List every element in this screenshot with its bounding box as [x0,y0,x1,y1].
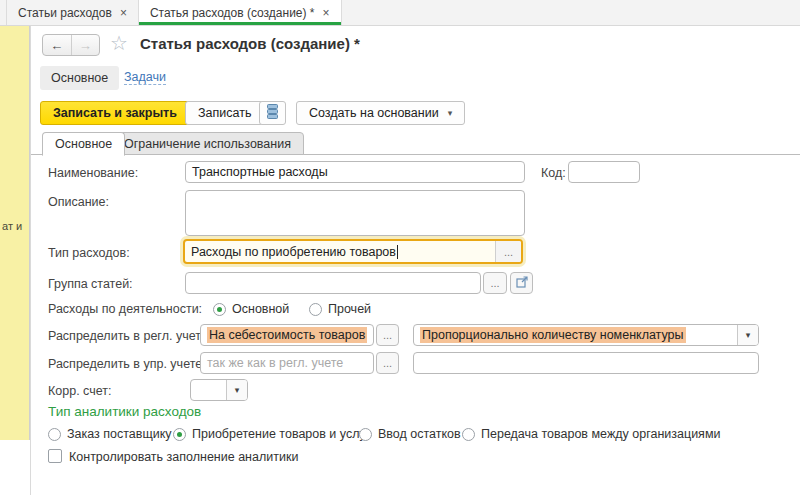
section-link-tasks[interactable]: Задачи [124,70,166,85]
window-tab-expense-items-list[interactable]: Статьи расходов × [6,0,139,25]
close-icon[interactable]: × [323,6,330,20]
mgmt-distribution-label: Распределить в упр. учете: [48,357,206,371]
text-cursor [397,245,398,259]
control-analytics-checkbox-label[interactable]: Контролировать заполнение аналитики [69,450,298,464]
analytics-radio-goods-purchase-label[interactable]: Приобретение товаров и услуг [192,427,370,441]
code-input[interactable] [568,161,640,183]
form-tab-usage-restriction[interactable]: Ограничение использования [111,132,304,155]
activity-label: Расходы по деятельности: [48,302,202,316]
combo-dropdown-button[interactable]: ▾ [737,325,758,345]
mgmt-distribution-placeholder: так же как в регл. учете [207,356,343,370]
close-icon[interactable]: × [120,6,127,20]
chevron-down-icon: ▾ [746,330,751,340]
activity-radio-main[interactable] [213,303,226,316]
reg-distribution-method-combo[interactable]: Пропорционально количеству номенклатуры … [413,324,759,346]
activity-radio-other-label[interactable]: Прочей [328,302,371,316]
corr-account-label: Корр. счет: [48,384,111,398]
mgmt-distribution-input[interactable]: так же как в регл. учете [200,352,374,374]
back-button[interactable]: ← [43,35,72,55]
corr-account-combo[interactable]: ▾ [190,379,248,401]
group-choose-button[interactable]: ... [483,272,507,294]
card-stack-icon [266,104,279,123]
strip-clipped-text: ат и [2,220,28,232]
group-open-button[interactable] [510,272,533,294]
background-window-strip[interactable]: ат и [0,26,30,440]
back-arrow-icon: ← [50,38,63,53]
create-based-on-button[interactable]: Создать на основании ▾ [296,101,465,125]
mgmt-distribution-choose-button[interactable]: ... [376,352,399,374]
group-input[interactable] [185,272,481,294]
analytics-section-title: Тип аналитики расходов [48,404,201,419]
favorite-star-icon[interactable]: ☆ [110,31,128,55]
vertical-divider [30,26,31,495]
form-tab-main[interactable]: Основное [42,132,125,156]
window-tab-expense-item-new[interactable]: Статья расходов (создание) * × [139,0,342,25]
save-button[interactable]: Записать [185,101,264,125]
analytics-radio-goods-transfer-label[interactable]: Передача товаров между организациями [481,427,720,441]
forward-button[interactable]: → [72,35,100,55]
reg-distribution-value: На себестоимость товаров [207,327,367,343]
group-label: Группа статей: [48,277,133,291]
expense-type-choose-button[interactable]: ... [495,241,521,262]
reg-distribution-choose-button[interactable]: ... [376,324,399,346]
analytics-radio-goods-purchase[interactable] [173,428,186,441]
window-tab-bar: Статьи расходов × Статья расходов (созда… [0,0,800,26]
code-label: Код: [541,166,566,180]
analytics-radio-opening-balances-label[interactable]: Ввод остатков [378,427,461,441]
activity-radio-other[interactable] [309,303,322,316]
expense-type-value: Расходы по приобретению товаров [191,245,396,259]
description-input[interactable] [185,190,525,236]
mgmt-distribution-method-input[interactable] [413,352,759,374]
related-documents-button[interactable] [259,101,286,125]
open-in-window-icon [516,276,528,290]
analytics-radio-goods-transfer[interactable] [462,428,475,441]
reg-distribution-label: Распределить в регл. учете: [48,329,211,343]
window-tab-label: Статьи расходов [18,6,112,20]
activity-radio-main-label[interactable]: Основной [232,302,289,316]
app-window: Статьи расходов × Статья расходов (созда… [0,0,800,495]
save-and-close-button[interactable]: Записать и закрыть [40,101,190,125]
analytics-radio-opening-balances[interactable] [359,428,372,441]
expense-type-field[interactable]: Расходы по приобретению товаров ... [183,239,523,264]
section-tab-main[interactable]: Основное [40,66,119,90]
combo-dropdown-button[interactable]: ▾ [226,380,247,400]
analytics-radio-supplier-order-label[interactable]: Заказ поставщику [67,427,172,441]
control-analytics-checkbox[interactable] [48,449,62,463]
chevron-down-icon: ▾ [448,108,453,118]
reg-distribution-input[interactable]: На себестоимость товаров [200,324,374,346]
create-based-on-label: Создать на основании [309,106,439,120]
page-title: Статья расходов (создание) * [140,35,360,52]
chevron-down-icon: ▾ [235,385,240,395]
name-input[interactable]: Транспортные расходы [185,161,525,183]
name-label: Наименование: [48,166,138,180]
expense-type-label: Тип расходов: [48,246,130,260]
analytics-radio-supplier-order[interactable] [48,428,61,441]
description-label: Описание: [48,195,109,209]
corr-account-value [191,380,226,400]
window-tab-label: Статья расходов (создание) * [150,6,315,20]
forward-arrow-icon: → [79,38,92,53]
reg-distribution-method-value: Пропорционально количеству номенклатуры [420,327,686,343]
history-nav-group: ← → [42,34,100,56]
